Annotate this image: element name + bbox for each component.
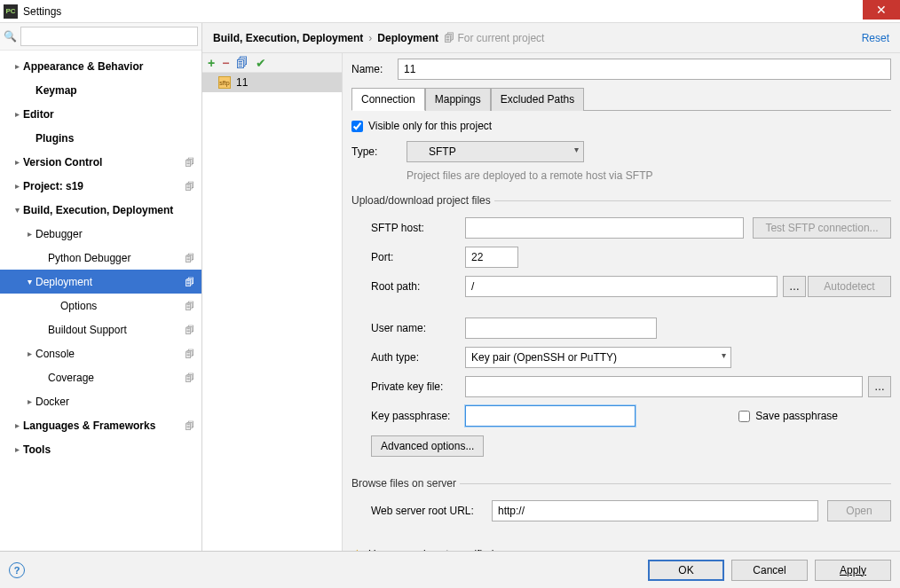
tree-item[interactable]: ▸Console🗐 bbox=[0, 341, 201, 365]
passphrase-input[interactable] bbox=[465, 405, 636, 427]
project-scope-icon: 🗐 bbox=[181, 157, 198, 168]
servers-toolbar: + − 🗐 ✔ bbox=[202, 53, 342, 73]
project-scope-icon: 🗐 bbox=[181, 301, 198, 311]
tree-item[interactable]: ▾Deployment🗐 bbox=[0, 270, 201, 294]
titlebar: PC Settings ✕ bbox=[0, 0, 900, 23]
save-passphrase-checkbox[interactable] bbox=[738, 411, 750, 422]
upload-group: Upload/download project files SFTP host:… bbox=[351, 194, 891, 465]
cancel-button[interactable]: Cancel bbox=[731, 560, 808, 581]
server-item[interactable]: sftp 11 bbox=[202, 73, 342, 92]
tab-excluded-paths[interactable]: Excluded Paths bbox=[491, 88, 584, 111]
tree-item[interactable]: ▸Project: s19🗐 bbox=[0, 174, 201, 198]
close-button[interactable]: ✕ bbox=[863, 0, 900, 20]
tree-item[interactable]: ▾Build, Execution, Deployment bbox=[0, 198, 201, 222]
tree-item[interactable]: Buildout Support🗐 bbox=[0, 318, 201, 341]
window-title: Settings bbox=[23, 5, 61, 18]
project-scope-icon: 🗐 bbox=[181, 277, 198, 287]
name-label: Name: bbox=[351, 63, 398, 75]
tree-item-label: Appearance & Behavior bbox=[23, 60, 198, 73]
tree-item-label: Debugger bbox=[36, 228, 198, 240]
project-scope-icon: 🗐 bbox=[181, 181, 198, 192]
tree-item[interactable]: ▸Languages & Frameworks🗐 bbox=[0, 413, 201, 437]
chevron-icon: ▾ bbox=[11, 205, 23, 215]
username-input[interactable] bbox=[465, 318, 657, 339]
auth-type-select[interactable] bbox=[465, 347, 731, 368]
browse-key-button[interactable]: … bbox=[868, 376, 891, 397]
project-scope-icon: 🗐 bbox=[181, 325, 198, 335]
tree-item-label: Deployment bbox=[36, 276, 181, 288]
copy-server-button[interactable]: 🗐 bbox=[236, 57, 249, 69]
root-path-label: Root path: bbox=[371, 280, 465, 293]
breadcrumb-hint: 🗐 For current project bbox=[444, 32, 544, 44]
tree-item-label: Version Control bbox=[23, 156, 181, 169]
breadcrumb: Build, Execution, Deployment › Deploymen… bbox=[202, 23, 900, 53]
chevron-icon: ▸ bbox=[11, 181, 23, 191]
sftp-icon: sftp bbox=[218, 76, 231, 89]
add-server-button[interactable]: + bbox=[208, 57, 215, 69]
browse-group: Browse files on server Web server root U… bbox=[351, 477, 891, 529]
visible-only-label: Visible only for this project bbox=[368, 120, 492, 132]
tab-connection[interactable]: Connection bbox=[351, 88, 425, 111]
tree-item[interactable]: ▸Tools bbox=[0, 437, 201, 461]
tree-item-label: Coverage bbox=[48, 372, 181, 384]
tree-item[interactable]: Keymap bbox=[0, 78, 201, 102]
root-path-input[interactable] bbox=[465, 276, 778, 297]
tree-item[interactable]: Coverage🗐 bbox=[0, 365, 201, 389]
tree-item[interactable]: ▸Editor bbox=[0, 102, 201, 126]
help-button[interactable]: ? bbox=[9, 562, 25, 578]
chevron-icon: ▾ bbox=[23, 277, 36, 286]
private-key-label: Private key file: bbox=[371, 380, 465, 393]
breadcrumb-seg-1: Build, Execution, Deployment bbox=[213, 32, 363, 44]
auth-type-label: Auth type: bbox=[371, 351, 465, 364]
private-key-input[interactable] bbox=[465, 376, 863, 397]
mark-default-button[interactable]: ✔ bbox=[256, 57, 266, 69]
tree-item-label: Python Debugger bbox=[48, 252, 181, 264]
tree-item-label: Tools bbox=[23, 443, 198, 456]
deployment-form: Name: Connection Mappings Excluded Paths… bbox=[343, 53, 900, 551]
tree-item-label: Editor bbox=[23, 108, 198, 121]
advanced-options-button[interactable]: Advanced options... bbox=[371, 435, 484, 457]
tree-item-label: Project: s19 bbox=[23, 180, 181, 192]
chevron-icon: ▸ bbox=[23, 349, 36, 358]
port-input[interactable] bbox=[465, 247, 518, 268]
username-label: User name: bbox=[371, 322, 465, 334]
type-label: Type: bbox=[351, 145, 407, 158]
host-label: SFTP host: bbox=[371, 222, 465, 234]
breadcrumb-seg-2: Deployment bbox=[377, 32, 438, 44]
tree-item[interactable]: ▸Docker bbox=[0, 389, 201, 413]
host-input[interactable] bbox=[465, 217, 744, 239]
tree-item[interactable]: ▸Debugger bbox=[0, 222, 201, 246]
remove-server-button[interactable]: − bbox=[222, 57, 229, 69]
tree-item[interactable]: ▸Version Control🗐 bbox=[0, 150, 201, 174]
visible-only-checkbox[interactable] bbox=[351, 121, 363, 132]
project-scope-icon: 🗐 bbox=[181, 349, 198, 359]
test-connection-button[interactable]: Test SFTP connection... bbox=[753, 217, 891, 239]
project-scope-icon: 🗐 bbox=[181, 372, 198, 383]
type-select[interactable] bbox=[407, 141, 584, 162]
autodetect-button[interactable]: Autodetect bbox=[808, 276, 891, 297]
type-hint: Project files are deployed to a remote h… bbox=[407, 169, 891, 182]
chevron-icon: ▸ bbox=[11, 157, 23, 167]
reset-link[interactable]: Reset bbox=[862, 32, 889, 44]
name-input[interactable] bbox=[398, 59, 891, 80]
tree-item[interactable]: Plugins bbox=[0, 126, 201, 150]
browse-root-button[interactable]: … bbox=[783, 276, 806, 297]
search-input[interactable] bbox=[20, 27, 198, 46]
chevron-icon: ▸ bbox=[11, 420, 23, 430]
settings-sidebar: 🔍 ▸Appearance & BehaviorKeymap▸EditorPlu… bbox=[0, 23, 202, 551]
project-scope-icon: 🗐 bbox=[181, 420, 198, 431]
apply-button[interactable]: Apply bbox=[815, 560, 891, 581]
chevron-icon: ▸ bbox=[23, 396, 36, 406]
open-url-button[interactable]: Open bbox=[827, 500, 891, 521]
tree-item-label: Languages & Frameworks bbox=[23, 419, 181, 432]
chevron-icon: ▸ bbox=[11, 109, 23, 119]
ok-button[interactable]: OK bbox=[648, 560, 724, 581]
tree-item-label: Build, Execution, Deployment bbox=[23, 204, 198, 216]
tree-item[interactable]: Python Debugger🗐 bbox=[0, 246, 201, 270]
port-label: Port: bbox=[371, 251, 465, 263]
settings-tree: ▸Appearance & BehaviorKeymap▸EditorPlugi… bbox=[0, 51, 201, 551]
tree-item[interactable]: ▸Appearance & Behavior bbox=[0, 54, 201, 78]
tab-mappings[interactable]: Mappings bbox=[425, 88, 491, 111]
tree-item[interactable]: Options🗐 bbox=[0, 294, 201, 318]
web-url-input[interactable] bbox=[492, 500, 818, 521]
